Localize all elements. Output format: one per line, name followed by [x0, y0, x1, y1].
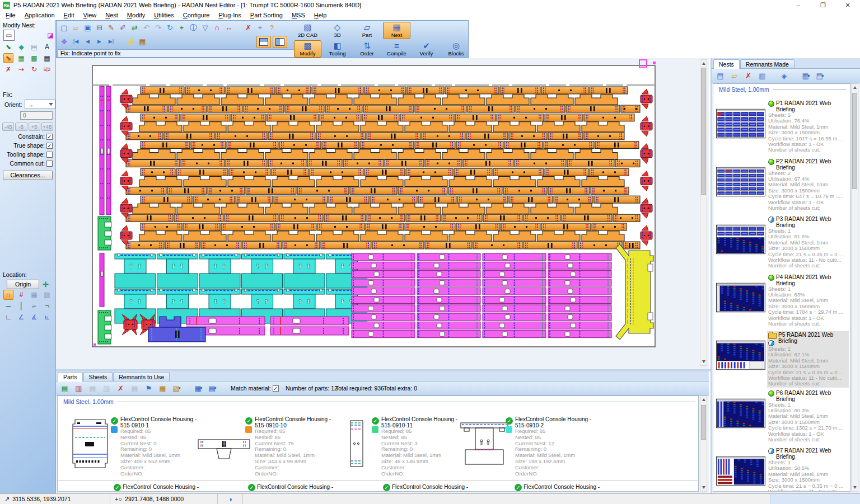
part-card[interactable]: FlexControl Console Housing -515-0910-10…	[255, 416, 339, 477]
clearances-button[interactable]: Clearances...	[3, 171, 53, 180]
part-card[interactable]: FlexControl Console Housing -515-0910-2R…	[515, 416, 599, 477]
angle-minus5-button[interactable]: -5	[15, 123, 27, 131]
magnet-icon[interactable]: ∩	[211, 22, 223, 34]
probe-icon[interactable]: ⌖	[254, 22, 266, 34]
scroll-down-icon[interactable]	[702, 486, 705, 489]
menu-file[interactable]: File	[1, 11, 20, 19]
sheet-tool-icon[interactable]: ▭	[3, 30, 15, 41]
filter-icon[interactable]: ▽	[199, 22, 211, 34]
print-icon[interactable]: ⊟	[94, 22, 105, 34]
grid-off-icon[interactable]: ▨	[42, 290, 52, 300]
corner-right-icon[interactable]: ¬	[42, 301, 52, 311]
sheet-table-icon[interactable]: ▦	[137, 36, 148, 48]
rotate-part-icon[interactable]: ↻	[29, 64, 39, 74]
regenerate-icon[interactable]: ⚡	[125, 36, 137, 48]
import-part-icon[interactable]: ▥	[73, 383, 85, 394]
part-list-icon[interactable]: ▤	[29, 42, 39, 52]
rotate-view-icon[interactable]: ↻	[164, 22, 176, 34]
move-part-icon[interactable]: ⬊	[3, 42, 13, 52]
nest-entry-4[interactable]: P4 RADAN 2021 Web BriefingSheets: 1Utili…	[713, 267, 850, 325]
nest-button[interactable]: ▦Nest	[383, 22, 410, 39]
parts-vertical-scrollbar[interactable]	[700, 395, 707, 492]
grid-snap-icon[interactable]: ▦	[29, 290, 39, 300]
menu-utilities[interactable]: Utilities	[149, 11, 178, 19]
minimize-button[interactable]: –	[786, 0, 811, 10]
table-view-icon[interactable]: ▦	[157, 383, 169, 394]
angle-ref-icon[interactable]: ⊾	[42, 312, 52, 322]
add-part-icon[interactable]: ▤	[59, 383, 71, 394]
blocks-button[interactable]: ◎Blocks	[442, 40, 470, 58]
pin-part-icon[interactable]: ⚑	[143, 383, 155, 394]
nest-entry-7[interactable]: P7 RADAN 2021 Web BriefingSheets: 1Utili…	[713, 440, 850, 492]
2d-cad-button[interactable]: ▧2D CAD	[294, 22, 321, 39]
open-nest-icon[interactable]: ▱	[728, 70, 740, 82]
scroll-down-icon[interactable]	[702, 360, 705, 363]
scrollbar-thumb[interactable]	[701, 68, 706, 195]
compile-button[interactable]: ≡Compile	[383, 40, 410, 58]
order-button[interactable]: ⇅Order	[353, 40, 381, 58]
pan-icon[interactable]: ❖	[58, 36, 70, 48]
angle-input[interactable]: 0	[20, 111, 53, 120]
nest-canvas[interactable]	[56, 58, 709, 369]
origin-cross-icon[interactable]: ✛	[43, 280, 49, 289]
nest-sheet-drawing[interactable]	[92, 65, 655, 347]
tab-parts[interactable]: Parts	[58, 372, 83, 381]
canvas-vertical-scrollbar[interactable]	[700, 59, 707, 366]
next-view-icon[interactable]: ▶	[94, 36, 105, 48]
help-icon[interactable]: ?	[266, 22, 278, 34]
menu-edit[interactable]: Edit	[59, 11, 79, 19]
order-nest-icon[interactable]: ◈	[778, 70, 790, 82]
origin-button[interactable]: Origin	[7, 280, 39, 289]
nests-vertical-scrollbar[interactable]	[851, 83, 858, 492]
edit-geometry-icon[interactable]: ✐	[117, 22, 129, 34]
drag-part-icon[interactable]: ⬊	[3, 53, 13, 63]
part-card[interactable]: FlexControl Console Housing -515-0910-11…	[381, 416, 465, 477]
common-cut-checkbox[interactable]	[46, 161, 53, 167]
nest-sheet[interactable]	[92, 65, 655, 348]
menu-part-sorting[interactable]: Part Sorting	[246, 11, 287, 19]
scroll-down-icon[interactable]	[853, 486, 857, 489]
orient-dropdown[interactable]: →	[25, 100, 55, 109]
3d-button[interactable]: ◇3D	[324, 22, 351, 39]
menu-plug-ins[interactable]: Plug-Ins	[214, 11, 245, 19]
grid-icon[interactable]: #	[16, 290, 26, 300]
sketch-icon[interactable]: ✎	[105, 22, 117, 34]
tooling-shape-checkbox[interactable]	[46, 152, 53, 158]
delete-part-icon[interactable]: ✗	[3, 64, 13, 74]
info-icon[interactable]: ⓘ	[188, 22, 199, 34]
constrain-checkbox[interactable]	[46, 134, 53, 140]
tab-sheets[interactable]: Sheets	[83, 372, 113, 381]
menu-modify[interactable]: Modify	[123, 11, 149, 19]
snap-pick-icon[interactable]: ⌖	[176, 22, 188, 34]
match-material-checkbox[interactable]	[273, 385, 279, 392]
angle-measure-icon[interactable]: ∠	[16, 312, 26, 322]
block-nest-icon[interactable]: ▩	[29, 53, 39, 63]
remove-part-icon[interactable]: ✗	[115, 383, 127, 394]
corner-left-icon[interactable]: ⌐	[29, 301, 39, 311]
nest-entry-2[interactable]: P2 RADAN 2021 Web BriefingSheets: 2Utili…	[713, 151, 850, 209]
paste-part-icon[interactable]: ▤	[129, 383, 141, 394]
menu-help[interactable]: Help	[310, 11, 331, 19]
verify-button[interactable]: ✔Verify	[413, 40, 440, 58]
matrix-nest-icon[interactable]: ▦	[42, 53, 52, 63]
scroll-up-icon[interactable]	[702, 398, 705, 401]
redo-icon[interactable]: ↷	[152, 22, 164, 34]
scrollbar-thumb[interactable]	[701, 405, 706, 440]
true-shape-checkbox[interactable]	[46, 143, 53, 149]
nest-entry-1[interactable]: P1 RADAN 2021 Web BriefingSheets: 5Utili…	[713, 93, 850, 151]
nest-entry-3[interactable]: P3 RADAN 2021 Web BriefingSheets: 1Utili…	[713, 209, 850, 267]
angle-plus45-button[interactable]: +45	[41, 123, 53, 131]
delete-nest-icon[interactable]: ✗	[742, 70, 754, 82]
measure-icon[interactable]: ↔	[223, 22, 235, 34]
save-icon[interactable]: ▣	[82, 22, 94, 34]
menu-configure[interactable]: Configure	[179, 11, 214, 19]
undo-icon[interactable]: ↶	[141, 22, 152, 34]
split-icon[interactable]: 5|2	[42, 64, 52, 74]
tab-remnants-to-use[interactable]: Remnants to Use	[113, 372, 170, 381]
vertical-edge-icon[interactable]: │	[16, 301, 26, 311]
modify-button[interactable]: ▩Modify	[294, 40, 321, 58]
thumbnail-view-icon[interactable]: ▦▾	[800, 70, 812, 82]
exit-nest-icon[interactable]: ◪	[45, 30, 55, 40]
axis-icon[interactable]: ∟	[3, 312, 13, 322]
list-view-icon[interactable]: ▤▾	[207, 383, 218, 394]
